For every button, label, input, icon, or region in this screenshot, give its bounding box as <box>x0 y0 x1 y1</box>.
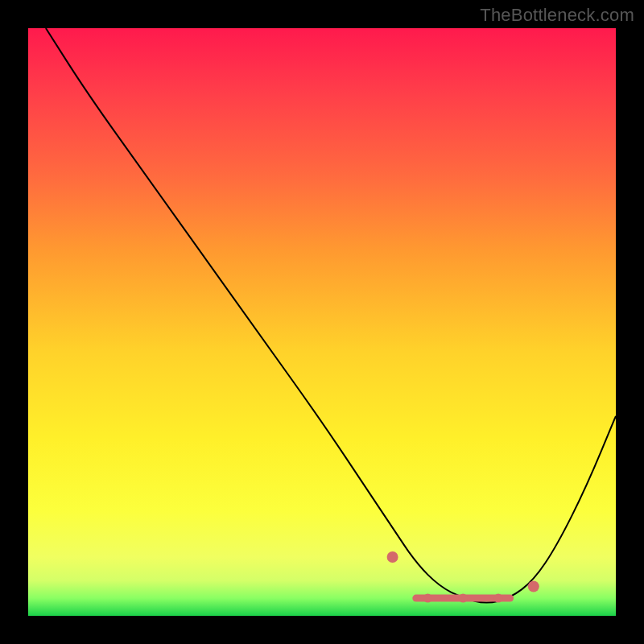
curve-svg <box>28 28 616 616</box>
highlight-dot <box>494 594 503 603</box>
highlight-dot <box>528 581 539 592</box>
highlight-markers <box>387 551 539 603</box>
highlight-dot <box>459 594 468 603</box>
highlight-dot <box>387 551 398 563</box>
plot-area <box>28 28 616 616</box>
watermark-text: TheBottleneck.com <box>480 5 634 26</box>
highlight-dot <box>423 594 432 603</box>
chart-frame: TheBottleneck.com <box>0 0 644 644</box>
bottleneck-curve-path <box>46 28 616 603</box>
